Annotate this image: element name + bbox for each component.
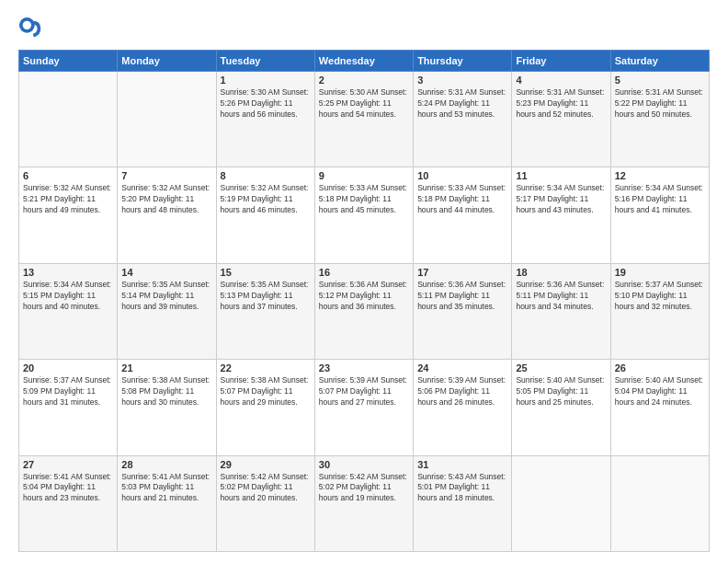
day-info: Sunrise: 5:33 AM Sunset: 5:18 PM Dayligh… <box>319 183 409 216</box>
day-number: 23 <box>319 362 409 373</box>
calendar-cell: 26Sunrise: 5:40 AM Sunset: 5:04 PM Dayli… <box>610 360 709 455</box>
week-row: 27Sunrise: 5:41 AM Sunset: 5:04 PM Dayli… <box>19 455 710 551</box>
day-info: Sunrise: 5:39 AM Sunset: 5:06 PM Dayligh… <box>417 375 507 408</box>
day-number: 28 <box>121 459 211 470</box>
calendar-cell: 4Sunrise: 5:31 AM Sunset: 5:23 PM Daylig… <box>512 72 610 167</box>
calendar-cell: 9Sunrise: 5:33 AM Sunset: 5:18 PM Daylig… <box>314 167 413 263</box>
svg-point-1 <box>23 21 31 29</box>
day-info: Sunrise: 5:38 AM Sunset: 5:08 PM Dayligh… <box>121 375 211 408</box>
day-info: Sunrise: 5:42 AM Sunset: 5:02 PM Dayligh… <box>221 472 311 505</box>
day-info: Sunrise: 5:40 AM Sunset: 5:04 PM Dayligh… <box>615 375 705 408</box>
calendar-cell: 21Sunrise: 5:38 AM Sunset: 5:08 PM Dayli… <box>118 360 216 455</box>
day-number: 15 <box>221 267 311 278</box>
calendar-cell: 28Sunrise: 5:41 AM Sunset: 5:03 PM Dayli… <box>118 455 216 551</box>
day-number: 16 <box>319 267 409 278</box>
week-row: 20Sunrise: 5:37 AM Sunset: 5:09 PM Dayli… <box>19 360 710 455</box>
day-info: Sunrise: 5:36 AM Sunset: 5:11 PM Dayligh… <box>417 280 507 313</box>
day-info: Sunrise: 5:30 AM Sunset: 5:26 PM Dayligh… <box>221 87 311 121</box>
calendar-cell: 24Sunrise: 5:39 AM Sunset: 5:06 PM Dayli… <box>414 360 512 455</box>
day-number: 31 <box>417 459 507 470</box>
day-info: Sunrise: 5:42 AM Sunset: 5:02 PM Dayligh… <box>319 472 409 505</box>
day-info: Sunrise: 5:43 AM Sunset: 5:01 PM Dayligh… <box>417 472 507 505</box>
calendar-cell: 27Sunrise: 5:41 AM Sunset: 5:04 PM Dayli… <box>19 455 118 551</box>
calendar-cell: 7Sunrise: 5:32 AM Sunset: 5:20 PM Daylig… <box>118 167 216 263</box>
day-info: Sunrise: 5:41 AM Sunset: 5:03 PM Dayligh… <box>121 472 211 505</box>
calendar-cell <box>610 455 709 551</box>
day-number: 5 <box>615 75 705 86</box>
day-number: 22 <box>221 362 311 373</box>
day-number: 25 <box>516 362 606 373</box>
day-number: 2 <box>319 75 409 86</box>
calendar-cell <box>19 72 118 167</box>
day-info: Sunrise: 5:31 AM Sunset: 5:24 PM Dayligh… <box>417 87 507 121</box>
calendar-cell: 23Sunrise: 5:39 AM Sunset: 5:07 PM Dayli… <box>314 360 413 455</box>
day-info: Sunrise: 5:32 AM Sunset: 5:20 PM Dayligh… <box>121 183 211 216</box>
page: SundayMondayTuesdayWednesdayThursdayFrid… <box>0 0 728 563</box>
header <box>18 17 710 42</box>
day-number: 29 <box>221 459 311 470</box>
calendar-cell <box>118 72 216 167</box>
day-info: Sunrise: 5:38 AM Sunset: 5:07 PM Dayligh… <box>221 375 311 408</box>
day-number: 10 <box>417 170 507 181</box>
day-info: Sunrise: 5:41 AM Sunset: 5:04 PM Dayligh… <box>23 472 113 505</box>
day-info: Sunrise: 5:39 AM Sunset: 5:07 PM Dayligh… <box>319 375 409 408</box>
header-cell: Friday <box>512 51 610 72</box>
day-info: Sunrise: 5:31 AM Sunset: 5:23 PM Dayligh… <box>516 87 606 121</box>
day-info: Sunrise: 5:31 AM Sunset: 5:22 PM Dayligh… <box>615 87 705 121</box>
day-number: 26 <box>615 362 705 373</box>
calendar-cell: 14Sunrise: 5:35 AM Sunset: 5:14 PM Dayli… <box>118 263 216 359</box>
header-cell: Saturday <box>610 51 709 72</box>
calendar-cell: 29Sunrise: 5:42 AM Sunset: 5:02 PM Dayli… <box>216 455 314 551</box>
day-info: Sunrise: 5:32 AM Sunset: 5:21 PM Dayligh… <box>23 183 113 216</box>
day-info: Sunrise: 5:36 AM Sunset: 5:11 PM Dayligh… <box>516 280 606 313</box>
calendar-cell: 17Sunrise: 5:36 AM Sunset: 5:11 PM Dayli… <box>414 263 512 359</box>
logo-icon <box>18 17 44 42</box>
calendar-cell: 1Sunrise: 5:30 AM Sunset: 5:26 PM Daylig… <box>216 72 314 167</box>
calendar-cell: 11Sunrise: 5:34 AM Sunset: 5:17 PM Dayli… <box>512 167 610 263</box>
calendar-cell: 12Sunrise: 5:34 AM Sunset: 5:16 PM Dayli… <box>610 167 709 263</box>
day-info: Sunrise: 5:37 AM Sunset: 5:09 PM Dayligh… <box>23 375 113 408</box>
header-cell: Tuesday <box>216 51 314 72</box>
calendar-cell: 13Sunrise: 5:34 AM Sunset: 5:15 PM Dayli… <box>19 263 118 359</box>
week-row: 1Sunrise: 5:30 AM Sunset: 5:26 PM Daylig… <box>19 72 710 167</box>
calendar-cell: 8Sunrise: 5:32 AM Sunset: 5:19 PM Daylig… <box>216 167 314 263</box>
day-number: 21 <box>121 362 211 373</box>
day-number: 14 <box>121 267 211 278</box>
day-info: Sunrise: 5:40 AM Sunset: 5:05 PM Dayligh… <box>516 375 606 408</box>
day-number: 12 <box>615 170 705 181</box>
day-number: 1 <box>221 75 311 86</box>
day-number: 9 <box>319 170 409 181</box>
day-info: Sunrise: 5:32 AM Sunset: 5:19 PM Dayligh… <box>221 183 311 216</box>
calendar-cell: 30Sunrise: 5:42 AM Sunset: 5:02 PM Dayli… <box>314 455 413 551</box>
calendar: SundayMondayTuesdayWednesdayThursdayFrid… <box>18 50 710 552</box>
calendar-cell: 19Sunrise: 5:37 AM Sunset: 5:10 PM Dayli… <box>610 263 709 359</box>
day-number: 13 <box>23 267 113 278</box>
day-number: 27 <box>23 459 113 470</box>
day-number: 20 <box>23 362 113 373</box>
day-info: Sunrise: 5:35 AM Sunset: 5:13 PM Dayligh… <box>221 280 311 313</box>
week-row: 13Sunrise: 5:34 AM Sunset: 5:15 PM Dayli… <box>19 263 710 359</box>
calendar-cell: 10Sunrise: 5:33 AM Sunset: 5:18 PM Dayli… <box>414 167 512 263</box>
calendar-cell: 31Sunrise: 5:43 AM Sunset: 5:01 PM Dayli… <box>414 455 512 551</box>
header-cell: Thursday <box>414 51 512 72</box>
calendar-cell: 18Sunrise: 5:36 AM Sunset: 5:11 PM Dayli… <box>512 263 610 359</box>
header-cell: Sunday <box>19 51 118 72</box>
day-info: Sunrise: 5:34 AM Sunset: 5:16 PM Dayligh… <box>615 183 705 216</box>
day-info: Sunrise: 5:33 AM Sunset: 5:18 PM Dayligh… <box>417 183 507 216</box>
day-number: 4 <box>516 75 606 86</box>
calendar-header: SundayMondayTuesdayWednesdayThursdayFrid… <box>19 51 710 72</box>
day-info: Sunrise: 5:36 AM Sunset: 5:12 PM Dayligh… <box>319 280 409 313</box>
day-info: Sunrise: 5:34 AM Sunset: 5:15 PM Dayligh… <box>23 280 113 313</box>
day-number: 8 <box>221 170 311 181</box>
day-info: Sunrise: 5:30 AM Sunset: 5:25 PM Dayligh… <box>319 87 409 121</box>
calendar-cell: 5Sunrise: 5:31 AM Sunset: 5:22 PM Daylig… <box>610 72 709 167</box>
day-number: 18 <box>516 267 606 278</box>
day-number: 7 <box>121 170 211 181</box>
calendar-cell: 3Sunrise: 5:31 AM Sunset: 5:24 PM Daylig… <box>414 72 512 167</box>
day-number: 24 <box>417 362 507 373</box>
day-info: Sunrise: 5:37 AM Sunset: 5:10 PM Dayligh… <box>615 280 705 313</box>
day-info: Sunrise: 5:34 AM Sunset: 5:17 PM Dayligh… <box>516 183 606 216</box>
logo <box>18 17 48 42</box>
calendar-cell: 2Sunrise: 5:30 AM Sunset: 5:25 PM Daylig… <box>314 72 413 167</box>
calendar-cell <box>512 455 610 551</box>
